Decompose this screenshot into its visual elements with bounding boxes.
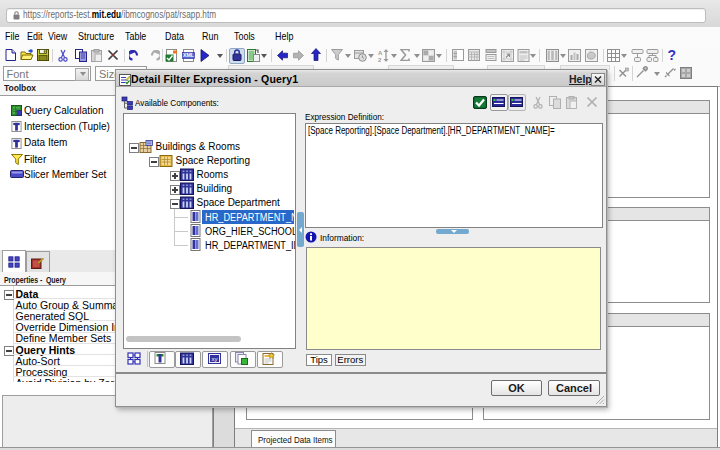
svg-text:A: A [378,49,383,55]
svg-text:2: 2 [378,56,382,62]
svg-text:xy: xy [212,356,218,362]
svg-text:XML: XML [183,52,195,58]
